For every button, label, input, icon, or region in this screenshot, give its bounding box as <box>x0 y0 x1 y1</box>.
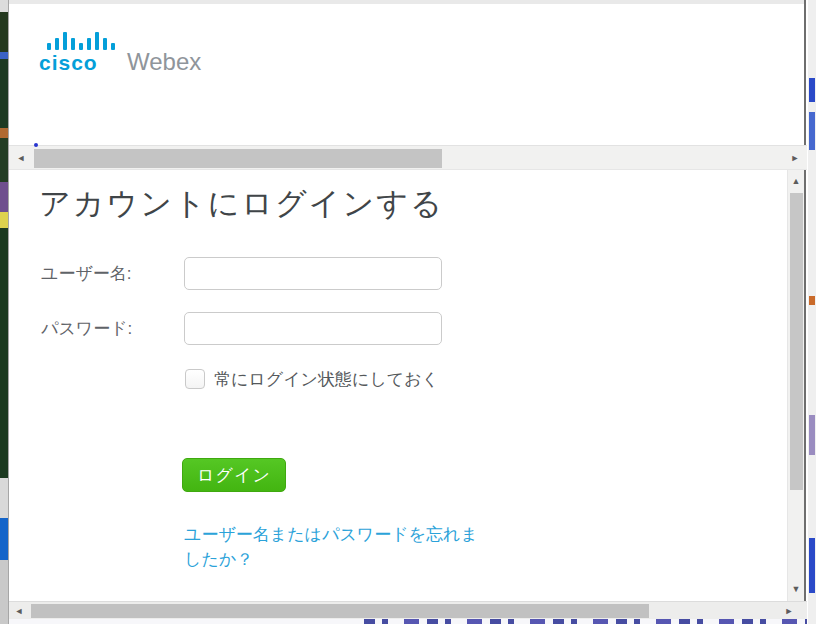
scroll-right-icon[interactable]: ► <box>787 150 803 166</box>
clipped-page-text <box>9 619 807 624</box>
blue-dot-marker <box>34 143 38 147</box>
webex-wordmark: Webex <box>127 50 201 74</box>
horizontal-scrollbar-top-thumb[interactable] <box>34 149 442 168</box>
scroll-left-icon[interactable]: ◄ <box>11 603 27 619</box>
remember-checkbox[interactable] <box>185 369 205 389</box>
login-form: アカウントにログインする ユーザー名: パスワード: 常にログイン状態にしておく… <box>9 171 790 601</box>
scroll-down-icon[interactable]: ▼ <box>788 581 804 597</box>
password-label: パスワード: <box>41 317 132 340</box>
cisco-bridge-icon <box>47 30 115 50</box>
horizontal-scrollbar-top[interactable]: ◄ ► <box>9 145 807 170</box>
cisco-wordmark: cisco <box>39 52 115 73</box>
horizontal-scrollbar-bottom[interactable]: ◄ ► <box>9 601 807 619</box>
login-button[interactable]: ログイン <box>182 458 286 492</box>
scroll-right-icon[interactable]: ► <box>781 603 797 619</box>
remember-checkbox-label[interactable]: 常にログイン状態にしておく <box>214 367 446 392</box>
vertical-scrollbar-thumb[interactable] <box>790 193 803 490</box>
clipped-text-glyphs <box>364 619 807 624</box>
cisco-webex-logo: cisco Webex <box>39 30 201 73</box>
horizontal-scrollbar-bottom-thumb[interactable] <box>31 604 649 618</box>
desktop-background-right <box>808 0 816 624</box>
forgot-credentials-link[interactable]: ユーザー名またはパスワードを忘れましたか？ <box>184 522 486 572</box>
header: cisco Webex <box>9 4 804 145</box>
scroll-up-icon[interactable]: ▲ <box>788 173 804 189</box>
vertical-scrollbar[interactable]: ▲ ▼ <box>787 170 804 601</box>
webex-login-window: cisco Webex ◄ ► アカウントにログインする ユーザー名: パスワー… <box>8 0 806 624</box>
scroll-left-icon[interactable]: ◄ <box>13 150 29 166</box>
username-input[interactable] <box>184 257 442 290</box>
page-title: アカウントにログインする <box>39 183 444 225</box>
username-label: ユーザー名: <box>41 262 132 285</box>
password-input[interactable] <box>184 312 442 345</box>
desktop-background-left <box>0 0 8 624</box>
